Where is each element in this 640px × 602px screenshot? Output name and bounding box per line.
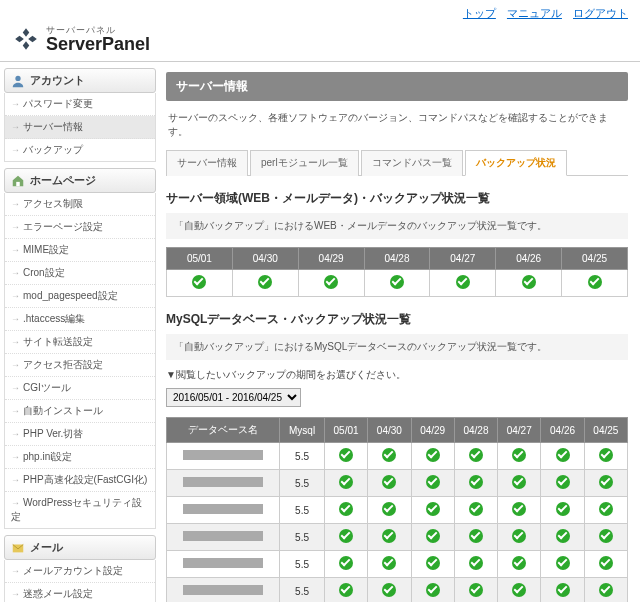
sidebar-item[interactable]: PHP高速化設定(FastCGI化) [5,469,155,492]
backup-period-select[interactable]: 2016/05/01 - 2016/04/25 [166,388,301,407]
table-header: 04/26 [541,418,584,443]
table-cell [541,497,584,524]
sidebar-item[interactable]: WordPressセキュリティ設定 [5,492,155,528]
table-header: 05/01 [167,248,233,270]
mysql-version-cell: 5.5 [280,524,325,551]
sidebar-item[interactable]: php.ini設定 [5,446,155,469]
topnav-top[interactable]: トップ [463,7,496,19]
table-cell [541,443,584,470]
table-cell [541,524,584,551]
check-icon [339,529,353,543]
sidebar-item[interactable]: .htaccess編集 [5,308,155,331]
backup-web-table: 05/0104/3004/2904/2804/2704/2604/25 [166,247,628,297]
table-row: 5.5 [167,551,628,578]
check-icon [556,448,570,462]
check-icon [426,448,440,462]
tab[interactable]: コマンドパス一覧 [361,150,463,176]
check-icon [426,529,440,543]
table-cell [584,551,627,578]
check-icon [339,583,353,597]
section2-desc: 「自動バックアップ」におけるMySQLデータベースのバックアップ状況一覧です。 [166,334,628,360]
sidebar-item[interactable]: バックアップ [5,139,155,161]
mysql-version-cell: 5.5 [280,578,325,603]
check-icon [390,275,404,289]
mysql-version-cell: 5.5 [280,443,325,470]
svg-marker-1 [15,36,24,43]
svg-marker-2 [28,36,37,43]
topnav-logout[interactable]: ログアウト [573,7,628,19]
sidebar-item[interactable]: パスワード変更 [5,93,155,116]
check-icon [456,275,470,289]
sidebar-item[interactable]: CGIツール [5,377,155,400]
sidebar-item[interactable]: Cron設定 [5,262,155,285]
check-icon [599,502,613,516]
topnav-manual[interactable]: マニュアル [507,7,562,19]
check-icon [382,448,396,462]
table-cell [498,524,541,551]
section1-title: サーバー領域(WEB・メールデータ)・バックアップ状況一覧 [166,190,628,207]
sidebar-item[interactable]: アクセス拒否設定 [5,354,155,377]
table-cell [368,578,411,603]
table-cell [454,470,497,497]
tab[interactable]: perlモジュール一覧 [250,150,359,176]
sidebar-item[interactable]: メールアカウント設定 [5,560,155,583]
table-cell [232,270,298,297]
check-icon [556,583,570,597]
table-cell [498,470,541,497]
check-icon [512,556,526,570]
table-cell [298,270,364,297]
sidebar-item[interactable]: MIME設定 [5,239,155,262]
table-header: 04/25 [584,418,627,443]
check-icon [339,556,353,570]
sidebar-item[interactable]: PHP Ver.切替 [5,423,155,446]
section2-title: MySQLデータベース・バックアップ状況一覧 [166,311,628,328]
check-icon [469,529,483,543]
check-icon [382,583,396,597]
check-icon [426,583,440,597]
table-header: 04/25 [562,248,628,270]
tab[interactable]: サーバー情報 [166,150,248,176]
sidebar-item[interactable]: サーバー情報 [5,116,155,139]
sidebar-item[interactable]: エラーページ設定 [5,216,155,239]
check-icon [469,556,483,570]
check-icon [382,556,396,570]
table-header: 04/28 [364,248,430,270]
table-header: 04/30 [232,248,298,270]
table-cell [498,578,541,603]
table-cell [498,497,541,524]
table-cell [498,443,541,470]
sidebar-item[interactable]: mod_pagespeed設定 [5,285,155,308]
check-icon [324,275,338,289]
check-icon [382,475,396,489]
check-icon [599,529,613,543]
table-header: Mysql [280,418,325,443]
sidebar-group-header: アカウント [4,68,156,93]
mysql-version-cell: 5.5 [280,497,325,524]
table-cell [324,578,367,603]
logo-icon [12,25,40,53]
table-cell [541,578,584,603]
table-row: 5.5 [167,524,628,551]
table-cell [411,497,454,524]
table-cell [368,497,411,524]
sidebar-item[interactable]: アクセス制限 [5,193,155,216]
check-icon [469,475,483,489]
tab[interactable]: バックアップ状況 [465,150,567,176]
check-icon [599,448,613,462]
table-cell [541,470,584,497]
table-cell [411,524,454,551]
table-cell [496,270,562,297]
sidebar-item[interactable]: サイト転送設定 [5,331,155,354]
table-cell [324,443,367,470]
table-row: 5.5 [167,470,628,497]
sidebar-item[interactable]: 自動インストール [5,400,155,423]
db-name-cell [167,470,280,497]
svg-marker-3 [23,41,30,50]
sidebar-item[interactable]: 迷惑メール設定 [5,583,155,602]
section2-note: ▼閲覧したいバックアップの期間をお選びください。 [166,368,628,382]
check-icon [339,502,353,516]
table-cell [411,443,454,470]
check-icon [382,529,396,543]
table-cell [368,551,411,578]
table-cell [364,270,430,297]
